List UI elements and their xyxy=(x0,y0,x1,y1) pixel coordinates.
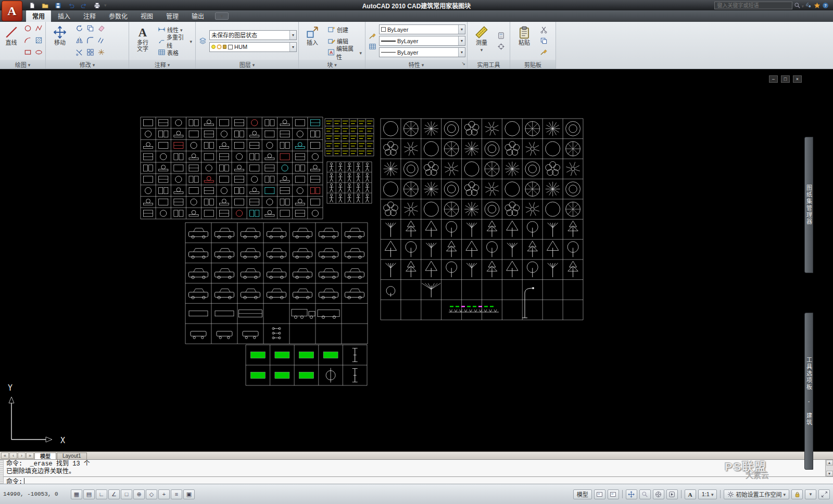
drawing-minimize-button[interactable] xyxy=(769,75,778,83)
steering-wheel-button[interactable] xyxy=(653,489,664,499)
new-button[interactable] xyxy=(26,1,38,10)
status-menu-button[interactable] xyxy=(805,489,816,499)
lineweight-combo[interactable]: ByLayer xyxy=(379,36,465,46)
tab-home[interactable]: 常用 xyxy=(26,10,51,22)
fillet-tool-button[interactable] xyxy=(85,35,95,45)
layer-freeze-icon[interactable] xyxy=(217,45,221,49)
vehicle-blocks[interactable] xyxy=(185,223,368,344)
search-input[interactable] xyxy=(714,2,792,9)
clean-screen-button[interactable] xyxy=(818,489,830,499)
table-button[interactable]: 表格 xyxy=(156,47,194,58)
array-tool-button[interactable] xyxy=(85,47,95,58)
panel-label-draw[interactable]: 绘图 xyxy=(0,60,45,69)
layout-nav-prev-button[interactable] xyxy=(9,453,17,459)
drawing-close-button[interactable] xyxy=(793,75,802,83)
tab-parametric[interactable]: 参数化 xyxy=(103,10,134,22)
plot-button[interactable] xyxy=(91,1,103,10)
cut-button[interactable] xyxy=(538,25,549,35)
undo-button[interactable] xyxy=(65,1,77,10)
panel-label-utilities[interactable]: 实用工具 xyxy=(468,60,510,69)
layer-lock-icon[interactable] xyxy=(223,45,226,49)
layer-color-swatch[interactable] xyxy=(228,45,233,49)
copy-clip-button[interactable] xyxy=(538,36,549,46)
polyline-tool-button[interactable] xyxy=(33,23,44,33)
layer-combo[interactable]: HUM xyxy=(209,42,297,52)
tab-view[interactable]: 视图 xyxy=(134,10,159,22)
annotation-visibility-button[interactable] xyxy=(685,489,696,499)
circle-tool-button[interactable] xyxy=(22,23,33,33)
object-color-caret[interactable] xyxy=(458,25,465,34)
status-toggle-grid[interactable] xyxy=(83,489,95,499)
paste-button[interactable]: 粘贴 xyxy=(512,23,537,59)
panel-label-clipboard[interactable]: 剪贴板 xyxy=(510,60,556,69)
status-toggle-dyn[interactable] xyxy=(158,489,170,499)
help-button[interactable] xyxy=(822,1,829,9)
tree-blocks[interactable] xyxy=(381,119,583,320)
lineweight-caret[interactable] xyxy=(458,36,465,45)
hatch-tool-button[interactable] xyxy=(33,35,44,45)
layer-combo-caret[interactable] xyxy=(289,43,296,51)
layout-nav-first-button[interactable] xyxy=(1,453,9,459)
create-block-button[interactable]: 创建 xyxy=(326,24,363,35)
layer-properties-button[interactable] xyxy=(197,36,208,46)
copy-tool-button[interactable] xyxy=(85,23,95,33)
status-toggle-snap[interactable] xyxy=(71,489,82,499)
save-button[interactable] xyxy=(52,1,64,10)
tab-annotate[interactable]: 注释 xyxy=(77,10,102,22)
erase-tool-button[interactable] xyxy=(96,23,106,33)
panel-label-properties[interactable]: 特性 xyxy=(365,60,467,69)
id-point-button[interactable] xyxy=(496,41,506,51)
drawing-restore-button[interactable] xyxy=(781,75,790,83)
show-motion-button[interactable] xyxy=(666,489,678,499)
status-toggle-lwt[interactable] xyxy=(171,489,182,499)
layer-state-caret[interactable] xyxy=(289,31,296,40)
offset-tool-button[interactable] xyxy=(96,35,106,45)
linetype-caret[interactable] xyxy=(458,48,465,57)
command-scrollbar[interactable] xyxy=(825,460,833,476)
layout-nav-last-button[interactable] xyxy=(26,453,34,459)
insert-block-button[interactable]: 插入 xyxy=(300,23,324,59)
tab-insert[interactable]: 插入 xyxy=(52,10,77,22)
quick-calc-button[interactable] xyxy=(496,30,506,41)
pan-button[interactable] xyxy=(626,489,637,499)
qat-customize-caret[interactable] xyxy=(104,3,107,8)
mirror-tool-button[interactable] xyxy=(74,35,84,45)
figure-blocks[interactable] xyxy=(327,162,372,203)
quick-view-layouts-button[interactable] xyxy=(594,489,605,499)
status-toggle-qp[interactable] xyxy=(183,489,195,499)
favorites-button[interactable] xyxy=(814,1,821,9)
rotate-tool-button[interactable] xyxy=(74,23,84,33)
panel-label-annotate[interactable]: 注释 xyxy=(129,60,195,69)
quick-view-drawings-button[interactable] xyxy=(608,489,619,499)
tab-output[interactable]: 输出 xyxy=(185,10,210,22)
application-menu-button[interactable] xyxy=(2,1,22,21)
panel-label-block[interactable]: 块 xyxy=(299,60,365,69)
palette-tab-sheet-set-manager[interactable]: 图纸集管理器 xyxy=(804,137,813,273)
yellow-detail-blocks[interactable] xyxy=(325,119,374,156)
status-toggle-ducs[interactable] xyxy=(146,489,157,499)
coordinate-display[interactable]: 14990, -10053, 0 xyxy=(3,491,69,497)
rectangle-tool-button[interactable] xyxy=(22,47,33,58)
ellipse-tool-button[interactable] xyxy=(33,47,44,58)
communication-center-button[interactable] xyxy=(805,1,812,9)
workspace-switch-button[interactable]: 初始设置工作空间 xyxy=(724,489,789,499)
search-go-button[interactable] xyxy=(794,1,804,9)
explode-tool-button[interactable] xyxy=(96,47,106,58)
panel-label-layers[interactable]: 图层 xyxy=(196,60,298,69)
redo-button[interactable] xyxy=(78,1,90,10)
mtext-button[interactable]: 多行文字 xyxy=(131,23,155,59)
lock-ui-button[interactable] xyxy=(791,489,803,499)
status-toggle-polar[interactable] xyxy=(108,489,120,499)
panel-label-modify[interactable]: 修改 xyxy=(46,60,129,69)
ribbon-collapse-button[interactable] xyxy=(215,12,229,20)
trim-tool-button[interactable] xyxy=(74,47,84,58)
line-button[interactable]: 直线 xyxy=(2,23,21,59)
arc-tool-button[interactable] xyxy=(22,35,33,45)
match-properties-button[interactable] xyxy=(367,30,377,41)
object-color-combo[interactable]: ByLayer xyxy=(379,24,465,34)
furniture-blocks[interactable] xyxy=(141,117,323,219)
command-scroll-down-button[interactable] xyxy=(826,471,833,476)
green-landscape-blocks[interactable] xyxy=(246,345,367,385)
model-space-button[interactable]: 模型 xyxy=(573,489,592,499)
status-toggle-ortho[interactable] xyxy=(96,489,107,499)
